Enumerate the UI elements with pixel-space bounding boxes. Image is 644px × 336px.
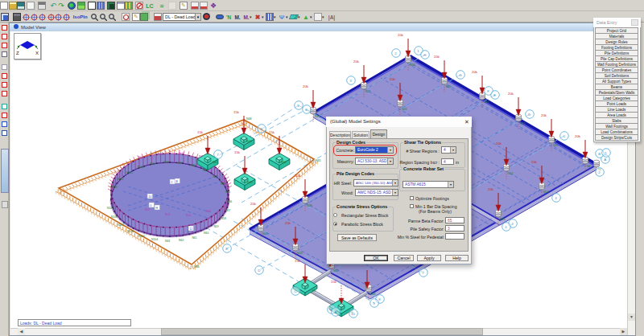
svg-text:N45: N45 bbox=[316, 159, 321, 162]
svg-text:B: B bbox=[598, 152, 601, 156]
svg-text:20k: 20k bbox=[575, 134, 581, 138]
svg-text:H: H bbox=[423, 53, 426, 57]
svg-text:20k: 20k bbox=[353, 59, 360, 64]
svg-text:E: E bbox=[493, 93, 496, 97]
svg-text:10: 10 bbox=[351, 312, 355, 316]
svg-text:0: 0 bbox=[150, 204, 151, 207]
svg-text:10: 10 bbox=[148, 195, 151, 199]
svg-text:N20: N20 bbox=[446, 85, 452, 88]
svg-text:N62: N62 bbox=[179, 239, 184, 242]
svg-text:N57: N57 bbox=[225, 209, 230, 212]
svg-text:N55: N55 bbox=[225, 191, 230, 194]
svg-text:A: A bbox=[334, 310, 336, 314]
svg-text:N104: N104 bbox=[151, 238, 158, 241]
svg-text:N21: N21 bbox=[365, 90, 371, 93]
svg-text:20k: 20k bbox=[541, 113, 547, 117]
svg-text:N3: N3 bbox=[312, 289, 316, 293]
svg-text:15k: 15k bbox=[295, 259, 301, 263]
svg-text:N34: N34 bbox=[297, 252, 303, 255]
svg-text:N102: N102 bbox=[117, 178, 123, 181]
svg-text:N98: N98 bbox=[164, 161, 169, 164]
svg-text:8k/ft: 8k/ft bbox=[145, 208, 150, 211]
svg-text:C: C bbox=[294, 289, 296, 293]
svg-text:N107: N107 bbox=[118, 223, 124, 227]
svg-text:N49: N49 bbox=[247, 181, 253, 184]
svg-text:8k/ft: 8k/ft bbox=[165, 213, 170, 216]
svg-text:20k: 20k bbox=[295, 174, 301, 178]
svg-text:N14: N14 bbox=[543, 191, 549, 194]
svg-text:N51: N51 bbox=[191, 164, 196, 167]
svg-text:N97: N97 bbox=[178, 162, 183, 165]
svg-text:N17: N17 bbox=[315, 115, 320, 118]
svg-text:N19: N19 bbox=[484, 100, 489, 104]
svg-text:N35: N35 bbox=[333, 269, 339, 272]
svg-text:D: D bbox=[258, 268, 260, 272]
svg-text:N44: N44 bbox=[281, 161, 287, 164]
svg-text:N18: N18 bbox=[520, 122, 526, 125]
svg-text:8k/ft: 8k/ft bbox=[179, 152, 184, 155]
svg-text:15k: 15k bbox=[234, 150, 241, 154]
svg-text:N13: N13 bbox=[410, 64, 415, 67]
svg-text:20k: 20k bbox=[472, 70, 478, 74]
svg-text:15k: 15k bbox=[197, 130, 204, 134]
svg-text:N59: N59 bbox=[213, 225, 218, 228]
svg-text:20k: 20k bbox=[508, 92, 514, 96]
svg-text:N106: N106 bbox=[127, 230, 134, 233]
svg-text:N99: N99 bbox=[151, 162, 155, 166]
svg-text:N54: N54 bbox=[221, 182, 225, 186]
svg-text:20k: 20k bbox=[390, 77, 396, 81]
svg-text:20k: 20k bbox=[434, 55, 440, 59]
svg-text:D: D bbox=[528, 113, 530, 117]
svg-text:F: F bbox=[487, 89, 489, 93]
svg-text:N101: N101 bbox=[126, 171, 133, 174]
svg-text:A: A bbox=[604, 158, 606, 162]
svg-text:Z: Z bbox=[16, 51, 19, 55]
svg-text:N60: N60 bbox=[204, 232, 208, 235]
svg-text:N100: N100 bbox=[138, 166, 144, 169]
svg-text:N11: N11 bbox=[553, 144, 558, 147]
svg-text:N58: N58 bbox=[221, 217, 226, 220]
svg-text:N48: N48 bbox=[246, 117, 252, 121]
svg-text:8k/ft: 8k/ft bbox=[206, 210, 211, 213]
svg-text:N61: N61 bbox=[192, 236, 196, 240]
svg-text:20k: 20k bbox=[285, 221, 291, 225]
svg-text:X: X bbox=[35, 51, 39, 55]
svg-text:N56: N56 bbox=[227, 200, 232, 203]
svg-text:12: 12 bbox=[189, 227, 192, 231]
svg-text:20k: 20k bbox=[250, 202, 257, 206]
svg-text:N33: N33 bbox=[262, 232, 268, 236]
svg-text:N105: N105 bbox=[138, 235, 145, 238]
svg-text:N36: N36 bbox=[370, 293, 376, 296]
svg-text:8k/ft: 8k/ft bbox=[138, 156, 143, 159]
svg-text:N108: N108 bbox=[111, 215, 118, 219]
svg-text:N15: N15 bbox=[500, 218, 506, 221]
svg-text:N53: N53 bbox=[213, 175, 217, 178]
svg-text:N29: N29 bbox=[307, 204, 312, 207]
svg-text:N12: N12 bbox=[508, 172, 514, 175]
svg-text:15k: 15k bbox=[269, 130, 275, 134]
svg-text:20k: 20k bbox=[531, 160, 538, 164]
svg-text:20k: 20k bbox=[398, 33, 404, 37]
svg-text:N8: N8 bbox=[587, 165, 591, 168]
svg-text:20k: 20k bbox=[496, 141, 502, 145]
svg-text:2: 2 bbox=[171, 181, 172, 184]
svg-text:N40: N40 bbox=[246, 140, 252, 143]
svg-text:H: H bbox=[155, 207, 158, 210]
svg-text:C: C bbox=[563, 134, 565, 138]
svg-text:N103: N103 bbox=[110, 186, 117, 189]
svg-text:15k: 15k bbox=[233, 110, 240, 114]
svg-text:N62: N62 bbox=[213, 161, 218, 164]
svg-text:20k: 20k bbox=[488, 187, 494, 191]
svg-text:N63: N63 bbox=[165, 240, 170, 243]
svg-text:E: E bbox=[225, 247, 228, 251]
svg-text:N46: N46 bbox=[194, 265, 200, 268]
svg-text:20k: 20k bbox=[303, 84, 309, 88]
svg-text:8k/ft: 8k/ft bbox=[158, 153, 163, 156]
svg-text:8k/ft: 8k/ft bbox=[186, 214, 191, 217]
svg-text:N22: N22 bbox=[402, 108, 407, 111]
svg-text:N109: N109 bbox=[107, 207, 114, 210]
svg-text:15k: 15k bbox=[331, 280, 337, 284]
